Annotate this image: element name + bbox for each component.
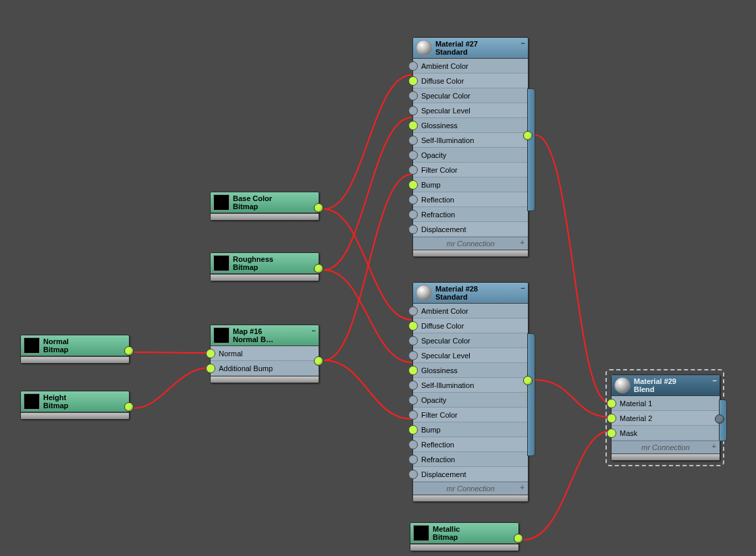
input-port[interactable] <box>607 428 616 438</box>
slot-bump[interactable]: Bump <box>413 177 528 192</box>
slot-filter-color[interactable]: Filter Color <box>413 163 528 177</box>
slot-glossiness[interactable]: Glossiness <box>413 363 528 378</box>
slot-reflection[interactable]: Reflection <box>413 437 528 452</box>
input-port[interactable] <box>408 136 418 145</box>
slot-refraction[interactable]: Refraction <box>413 452 528 467</box>
output-port[interactable] <box>715 414 724 424</box>
node-footer[interactable]: mr Connection+ <box>413 482 528 495</box>
collapse-icon[interactable]: − <box>521 284 525 292</box>
slot-opacity[interactable]: Opacity <box>413 148 528 163</box>
slot-label: Reflection <box>421 441 454 449</box>
thumbnail-icon <box>24 393 40 410</box>
input-port[interactable] <box>408 381 418 390</box>
slot-specular-color[interactable]: Specular Color <box>413 88 528 103</box>
slot-material-2[interactable]: Material 2 <box>612 411 720 426</box>
input-port[interactable] <box>408 440 418 449</box>
input-port[interactable] <box>206 364 215 373</box>
input-port[interactable] <box>408 336 418 345</box>
input-port[interactable] <box>408 195 418 204</box>
collapse-icon[interactable]: − <box>521 39 525 47</box>
slot-label: Bump <box>421 181 441 189</box>
slot-bump[interactable]: Bump <box>413 422 528 437</box>
collapse-icon[interactable]: − <box>713 377 717 385</box>
slot-specular-level[interactable]: Specular Level <box>413 103 528 118</box>
plus-icon[interactable]: + <box>520 483 524 491</box>
input-port[interactable] <box>408 410 418 420</box>
material-editor-canvas[interactable]: Normal Bitmap Height Bitmap Base Color B… <box>0 0 756 556</box>
slot-self-illumination[interactable]: Self-Illumination <box>413 133 528 148</box>
slot-mask[interactable]: Mask <box>612 426 720 441</box>
slot-specular-color[interactable]: Specular Color <box>413 333 528 348</box>
node-footer[interactable]: mr Connection+ <box>612 441 720 453</box>
input-port[interactable] <box>206 349 215 358</box>
input-port[interactable] <box>408 61 418 71</box>
plus-icon[interactable]: + <box>520 238 524 246</box>
slot-material-1[interactable]: Material 1 <box>612 396 720 411</box>
input-port[interactable] <box>408 91 418 101</box>
input-port[interactable] <box>408 425 418 435</box>
node-material-29-blend[interactable]: Material #29 Blend − Material 1 Material… <box>611 374 720 461</box>
slot-diffuse-color[interactable]: Diffuse Color <box>413 74 528 88</box>
slot-label: Opacity <box>421 396 446 404</box>
node-metallic-bitmap[interactable]: Metallic Bitmap <box>410 522 519 551</box>
node-footer[interactable]: mr Connection+ <box>413 237 528 250</box>
slot-filter-color[interactable]: Filter Color <box>413 408 528 422</box>
thumbnail-icon <box>413 525 429 541</box>
input-port[interactable] <box>408 366 418 375</box>
input-port[interactable] <box>408 165 418 175</box>
input-port[interactable] <box>607 414 616 423</box>
plus-icon[interactable]: + <box>712 442 716 450</box>
slot-ambient-color[interactable]: Ambient Color <box>413 59 528 74</box>
output-port[interactable] <box>124 346 134 356</box>
slot-refraction[interactable]: Refraction <box>413 207 528 222</box>
input-port[interactable] <box>408 150 418 160</box>
input-port[interactable] <box>408 351 418 360</box>
input-port[interactable] <box>408 470 418 479</box>
slot-self-illumination[interactable]: Self-Illumination <box>413 378 528 393</box>
node-title: Height <box>43 393 66 401</box>
input-port[interactable] <box>408 321 418 331</box>
output-port[interactable] <box>124 402 134 412</box>
output-port[interactable] <box>523 131 533 140</box>
input-port[interactable] <box>408 395 418 405</box>
slot-opacity[interactable]: Opacity <box>413 393 528 408</box>
side-handle[interactable] <box>527 88 535 211</box>
slot-reflection[interactable]: Reflection <box>413 192 528 207</box>
side-handle[interactable] <box>527 333 535 456</box>
node-roughness-bitmap[interactable]: Roughness Bitmap <box>210 252 319 281</box>
input-port[interactable] <box>408 106 418 115</box>
slot-ambient-color[interactable]: Ambient Color <box>413 304 528 318</box>
node-material-28[interactable]: Material #28 Standard − Ambient ColorDif… <box>412 282 529 502</box>
material-sphere-icon <box>614 377 630 393</box>
input-port[interactable] <box>408 180 418 190</box>
node-height-bitmap[interactable]: Height Bitmap <box>20 391 130 420</box>
input-port[interactable] <box>408 210 418 219</box>
node-normal-bump[interactable]: Map #16 Normal B… − Normal Additional Bu… <box>210 325 319 383</box>
input-port[interactable] <box>408 455 418 464</box>
output-port[interactable] <box>514 534 523 543</box>
slot-additional-bump[interactable]: Additional Bump <box>211 361 319 376</box>
output-port[interactable] <box>314 264 323 273</box>
collapse-icon[interactable]: − <box>312 327 316 335</box>
slot-diffuse-color[interactable]: Diffuse Color <box>413 318 528 333</box>
slot-displacement[interactable]: Displacement <box>413 467 528 482</box>
input-port[interactable] <box>408 121 418 130</box>
slot-label: Glossiness <box>421 121 458 130</box>
slot-label: Diffuse Color <box>421 77 464 85</box>
slot-displacement[interactable]: Displacement <box>413 222 528 237</box>
slot-glossiness[interactable]: Glossiness <box>413 118 528 133</box>
node-basecolor-bitmap[interactable]: Base Color Bitmap <box>210 192 319 221</box>
input-port[interactable] <box>408 76 418 86</box>
input-port[interactable] <box>408 306 418 316</box>
output-port[interactable] <box>523 376 533 385</box>
node-subtitle: Standard <box>435 48 468 56</box>
input-port[interactable] <box>408 225 418 234</box>
output-port[interactable] <box>314 356 323 366</box>
output-port[interactable] <box>314 203 323 213</box>
node-material-27[interactable]: Material #27 Standard − Ambient ColorDif… <box>412 37 529 257</box>
slot-normal[interactable]: Normal <box>211 346 319 361</box>
slot-label: Specular Color <box>421 337 470 345</box>
input-port[interactable] <box>607 399 616 408</box>
slot-specular-level[interactable]: Specular Level <box>413 348 528 363</box>
node-normal-bitmap[interactable]: Normal Bitmap <box>20 335 130 364</box>
